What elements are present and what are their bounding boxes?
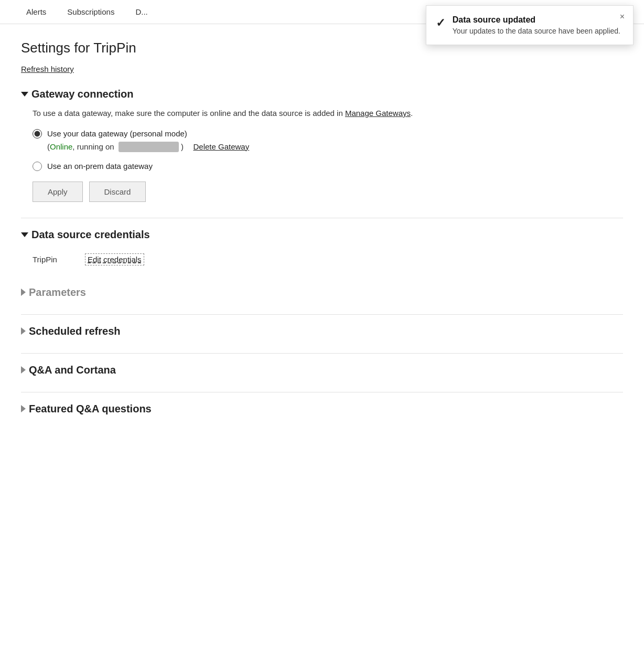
checkmark-icon: ✓ <box>436 16 445 30</box>
toast-close-button[interactable]: × <box>618 11 627 23</box>
toast-message: Your updates to the data source have bee… <box>453 27 620 35</box>
toast-notification: ✓ Data source updated Your updates to th… <box>426 5 634 45</box>
toast-title: Data source updated <box>453 15 620 25</box>
scheduled-refresh-section: Scheduled refresh <box>21 325 623 337</box>
parameters-expand-icon <box>21 289 26 296</box>
status-online-text: Online <box>50 142 72 151</box>
parameters-section-title: Parameters <box>29 286 86 299</box>
collapse-icon <box>21 92 28 97</box>
apply-button[interactable]: Apply <box>33 182 83 202</box>
datasource-name: TripPin <box>33 255 74 264</box>
tab-alerts[interactable]: Alerts <box>16 0 57 24</box>
gateway-buttons: Apply Discard <box>33 182 623 202</box>
section-divider-3 <box>21 353 623 354</box>
onprem-gateway-radio[interactable] <box>33 162 42 171</box>
edit-credentials-link[interactable]: Edit credentials <box>85 253 144 265</box>
status-running-on-text: running on <box>77 142 114 151</box>
personal-gateway-radio[interactable] <box>33 129 42 139</box>
section-divider-4 <box>21 392 623 392</box>
credentials-section-body: TripPin Edit credentials <box>21 248 623 271</box>
credentials-collapse-icon <box>21 232 28 237</box>
qa-cortana-title: Q&A and Cortana <box>29 364 116 376</box>
parameters-section: Parameters <box>21 286 623 299</box>
onprem-gateway-option[interactable]: Use an on-prem data gateway <box>33 162 623 171</box>
qa-cortana-header[interactable]: Q&A and Cortana <box>21 364 623 376</box>
scheduled-refresh-expand-icon <box>21 327 26 335</box>
gateway-description: To use a data gateway, make sure the com… <box>33 108 505 120</box>
discard-button[interactable]: Discard <box>89 182 146 202</box>
featured-qa-title: Featured Q&A questions <box>29 403 152 415</box>
personal-gateway-option[interactable]: Use your data gateway (personal mode) <box>33 129 623 139</box>
gateway-status: (Online, running on ██████████) Delete G… <box>47 142 623 152</box>
tab-subscriptions[interactable]: Subscriptions <box>57 0 125 24</box>
qa-cortana-expand-icon <box>21 366 26 374</box>
main-content: Settings for TripPin Refresh history Gat… <box>0 24 644 446</box>
onprem-gateway-label: Use an on-prem data gateway <box>47 162 153 171</box>
gateway-section: Gateway connection To use a data gateway… <box>21 88 623 202</box>
qa-cortana-section: Q&A and Cortana <box>21 364 623 376</box>
credentials-section-title: Data source credentials <box>31 229 150 241</box>
featured-qa-header[interactable]: Featured Q&A questions <box>21 403 623 415</box>
scheduled-refresh-header[interactable]: Scheduled refresh <box>21 325 623 337</box>
featured-qa-section: Featured Q&A questions <box>21 403 623 415</box>
featured-qa-expand-icon <box>21 405 26 412</box>
refresh-history-link[interactable]: Refresh history <box>21 65 74 73</box>
gateway-machine-name: ██████████ <box>119 142 179 152</box>
personal-gateway-label: Use your data gateway (personal mode) <box>47 129 187 138</box>
gateway-section-header[interactable]: Gateway connection <box>21 88 623 100</box>
gateway-section-title: Gateway connection <box>31 88 134 100</box>
credentials-section: Data source credentials TripPin Edit cre… <box>21 229 623 271</box>
manage-gateways-link[interactable]: Manage Gateways <box>345 109 411 118</box>
section-divider-1 <box>21 218 623 218</box>
toast-content: Data source updated Your updates to the … <box>453 15 620 35</box>
delete-gateway-link[interactable]: Delete Gateway <box>193 142 249 151</box>
credentials-section-header[interactable]: Data source credentials <box>21 229 623 241</box>
tab-other[interactable]: D... <box>125 0 158 24</box>
scheduled-refresh-title: Scheduled refresh <box>29 325 121 337</box>
credentials-row: TripPin Edit credentials <box>33 248 623 271</box>
gateway-section-body: To use a data gateway, make sure the com… <box>21 108 623 202</box>
section-divider-2 <box>21 314 623 315</box>
parameters-section-header[interactable]: Parameters <box>21 286 623 299</box>
